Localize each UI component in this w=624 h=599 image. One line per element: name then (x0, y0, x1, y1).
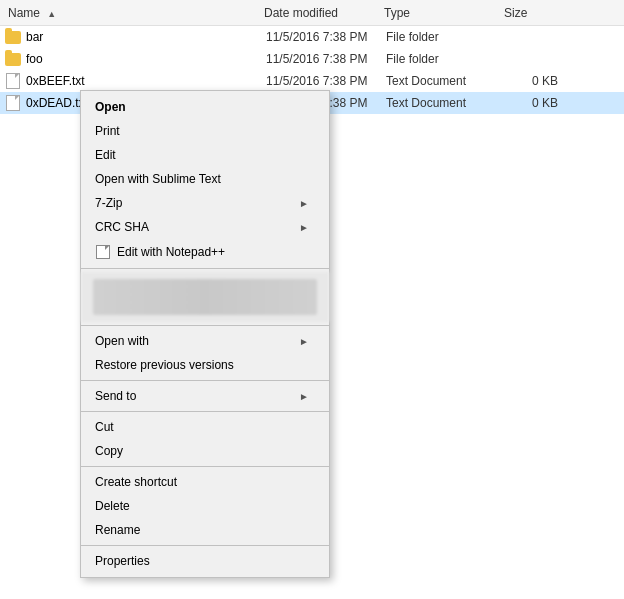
context-menu: Open Print Edit Open with Sublime Text 7… (80, 90, 330, 578)
file-size: 0 KB (506, 96, 566, 110)
file-type: Text Document (386, 74, 506, 88)
file-type: Text Document (386, 96, 506, 110)
menu-separator (81, 325, 329, 326)
file-type: File folder (386, 52, 506, 66)
menu-item-label: Cut (95, 420, 114, 434)
menu-item-label: Edit (95, 148, 116, 162)
column-headers: Name ▲ Date modified Type Size (0, 0, 624, 26)
col-date-header[interactable]: Date modified (264, 6, 384, 20)
menu-item-label: Open with (95, 334, 149, 348)
context-menu-item-edit-notepad[interactable]: Edit with Notepad++ (81, 239, 329, 265)
context-menu-item-open-with[interactable]: Open with ► (81, 329, 329, 353)
context-menu-item-open[interactable]: Open (81, 95, 329, 119)
context-menu-item-open-sublime[interactable]: Open with Sublime Text (81, 167, 329, 191)
menu-item-label: Open with Sublime Text (95, 172, 221, 186)
menu-separator (81, 545, 329, 546)
file-name: 0xBEEF.txt (26, 74, 266, 88)
submenu-arrow-icon: ► (299, 391, 309, 402)
menu-item-label: Print (95, 124, 120, 138)
context-menu-item-rename[interactable]: Rename (81, 518, 329, 542)
file-size: 0 KB (506, 74, 566, 88)
file-type: File folder (386, 30, 506, 44)
context-menu-item-properties[interactable]: Properties (81, 549, 329, 573)
menu-item-label: Rename (95, 523, 140, 537)
context-menu-item-restore[interactable]: Restore previous versions (81, 353, 329, 377)
menu-item-label: Send to (95, 389, 136, 403)
menu-separator (81, 466, 329, 467)
size-label: Size (504, 6, 527, 20)
col-name-header[interactable]: Name ▲ (4, 6, 264, 20)
context-menu-item-cut[interactable]: Cut (81, 415, 329, 439)
context-menu-item-crc-sha[interactable]: CRC SHA ► (81, 215, 329, 239)
menu-item-label: Create shortcut (95, 475, 177, 489)
file-date: 11/5/2016 7:38 PM (266, 74, 386, 88)
table-row[interactable]: foo 11/5/2016 7:38 PM File folder (0, 48, 624, 70)
submenu-arrow-icon: ► (299, 198, 309, 209)
menu-item-label: Edit with Notepad++ (117, 245, 225, 259)
submenu-arrow-icon: ► (299, 336, 309, 347)
menu-item-label: Copy (95, 444, 123, 458)
menu-item-label: Delete (95, 499, 130, 513)
context-menu-item-print[interactable]: Print (81, 119, 329, 143)
file-date: 11/5/2016 7:38 PM (266, 30, 386, 44)
type-label: Type (384, 6, 410, 20)
context-menu-item-delete[interactable]: Delete (81, 494, 329, 518)
menu-item-label: Restore previous versions (95, 358, 234, 372)
file-date: 11/5/2016 7:38 PM (266, 52, 386, 66)
submenu-arrow-icon: ► (299, 222, 309, 233)
context-menu-item-copy[interactable]: Copy (81, 439, 329, 463)
context-menu-item-edit[interactable]: Edit (81, 143, 329, 167)
notepad-icon (95, 244, 111, 260)
file-name: bar (26, 30, 266, 44)
folder-icon (4, 29, 22, 45)
context-menu-item-7zip[interactable]: 7-Zip ► (81, 191, 329, 215)
menu-separator (81, 380, 329, 381)
date-label: Date modified (264, 6, 338, 20)
menu-separator (81, 411, 329, 412)
context-menu-item-create-shortcut[interactable]: Create shortcut (81, 470, 329, 494)
menu-item-label: Properties (95, 554, 150, 568)
table-row[interactable]: bar 11/5/2016 7:38 PM File folder (0, 26, 624, 48)
folder-icon (4, 51, 22, 67)
txt-icon (4, 95, 22, 111)
col-size-header[interactable]: Size (504, 6, 564, 20)
col-type-header[interactable]: Type (384, 6, 504, 20)
menu-item-label: CRC SHA (95, 220, 149, 234)
txt-icon (4, 73, 22, 89)
table-row[interactable]: 0xBEEF.txt 11/5/2016 7:38 PM Text Docume… (0, 70, 624, 92)
context-menu-item-send-to[interactable]: Send to ► (81, 384, 329, 408)
sort-arrow: ▲ (47, 9, 56, 19)
menu-item-label: Open (95, 100, 126, 114)
menu-blurred-section (81, 272, 329, 322)
name-label: Name (8, 6, 40, 20)
menu-item-label: 7-Zip (95, 196, 122, 210)
file-explorer: Name ▲ Date modified Type Size bar 11/5/… (0, 0, 624, 599)
menu-separator (81, 268, 329, 269)
file-name: foo (26, 52, 266, 66)
